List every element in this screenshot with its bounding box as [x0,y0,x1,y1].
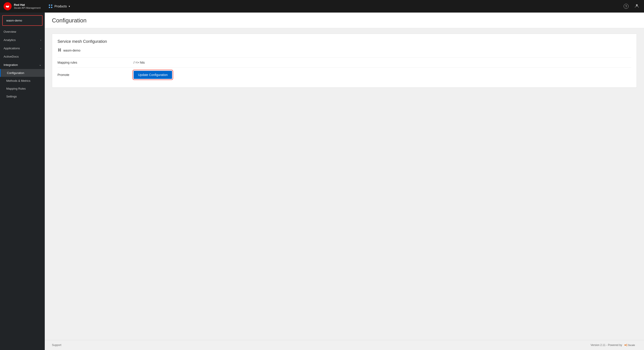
svg-text:3scale: 3scale [628,344,635,346]
svg-point-2 [51,5,52,6]
products-chevron-icon: ▾ [69,5,70,8]
version-text: Version 2.11 - Powered by [590,343,622,347]
sidebar-subitem-methods-metrics[interactable]: Methods & Metrics [0,77,45,85]
update-configuration-button[interactable]: Update Configuration [134,71,172,79]
help-button[interactable]: ? [622,3,630,10]
mapping-rules-row: Mapping rules / => hits [58,57,631,67]
sidebar-analytics-label: Analytics [4,38,16,42]
user-icon [634,4,639,9]
sidebar-integration-label: Integration [4,63,18,67]
content-area: Configuration Service mesh Configuration [45,13,644,350]
brand-sub: 3scale API Management [14,7,40,10]
products-icon [48,4,53,9]
analytics-chevron-icon: › [40,39,41,42]
mapping-rules-label: Mapping Rules [6,87,26,90]
svg-point-18 [626,345,627,346]
content-main: Configuration Service mesh Configuration [45,13,644,340]
brand-name: Red Hat [14,3,40,7]
footer: Support Version 2.11 - Powered by 3scale [45,340,644,350]
sidebar-activedocs-label: ActiveDocs [4,55,19,58]
integration-chevron-icon: ⌄ [39,63,41,66]
sidebar-applications-label: Applications [4,47,20,50]
svg-point-4 [51,7,52,8]
methods-metrics-label: Methods & Metrics [6,79,30,82]
help-icon: ? [624,4,628,9]
sidebar-tenant[interactable]: wasm-demo [2,15,42,26]
sidebar-item-overview-label: Overview [4,30,16,33]
mapping-rules-value: / => hits [134,61,145,64]
svg-point-17 [626,344,627,345]
user-button[interactable] [633,3,640,10]
card-title: Service mesh Configuration [58,39,631,44]
topnav: Red Hat 3scale API Management Products ▾… [0,0,644,13]
service-name-row: wasm-demo [58,48,631,53]
sidebar-item-integration[interactable]: Integration ⌄ [0,61,45,69]
mapping-rules-label-cell: Mapping rules [58,61,134,64]
page-title-bar: Configuration [45,13,644,28]
promote-row: Promote Update Configuration [58,67,631,82]
service-mesh-icon [58,48,62,53]
support-link[interactable]: Support [52,343,61,347]
brand: Red Hat 3scale API Management [4,2,40,10]
redhat-logo-icon [4,2,12,10]
promote-label: Promote [58,73,134,77]
page-title: Configuration [52,17,637,24]
products-label: Products [54,5,67,8]
brand-text: Red Hat 3scale API Management [14,3,40,10]
sidebar-item-analytics[interactable]: Analytics › [0,36,45,44]
svg-point-3 [49,7,50,8]
sidebar-subitem-mapping-rules[interactable]: Mapping Rules [0,85,45,93]
svg-point-5 [636,4,638,6]
settings-label: Settings [6,95,17,98]
sidebar-subitem-settings[interactable]: Settings [0,93,45,100]
service-mesh-card: Service mesh Configuration [52,34,637,88]
applications-chevron-icon: › [40,47,41,50]
sidebar-item-applications[interactable]: Applications › [0,44,45,52]
svg-point-1 [49,5,50,6]
sidebar-subitem-configuration[interactable]: Configuration [0,69,45,77]
sidebar-item-activedocs[interactable]: ActiveDocs [0,52,45,61]
footer-version: Version 2.11 - Powered by 3scale [590,343,637,347]
products-menu[interactable]: Products ▾ [46,3,72,10]
svg-point-16 [624,344,626,346]
threescale-logo: 3scale [624,343,637,347]
configuration-label: Configuration [7,71,24,75]
sidebar: wasm-demo Overview Analytics › Applicati… [0,13,45,350]
sidebar-item-overview[interactable]: Overview [0,28,45,36]
service-name: wasm-demo [63,49,80,52]
topnav-icons: ? [622,3,640,10]
